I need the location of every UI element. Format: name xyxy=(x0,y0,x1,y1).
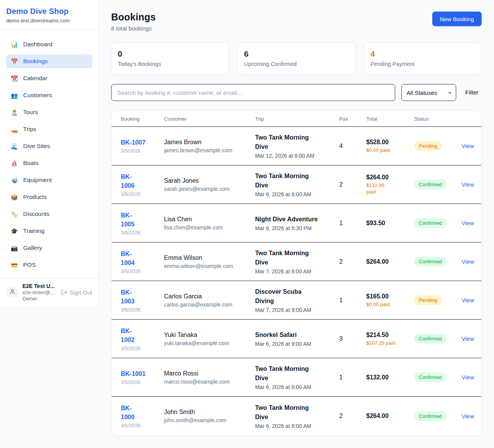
trip-name: Two Tank Morning Dive xyxy=(255,172,339,190)
column-header-pax: Pax xyxy=(339,111,366,126)
stat-value: 0 xyxy=(118,49,222,59)
pax-count: 2 xyxy=(339,413,366,419)
sidebar-item-calendar[interactable]: 📆Calendar xyxy=(6,71,92,85)
customer-cell: James Brownjames.brown@example.com xyxy=(164,139,255,153)
customer-email: lisa.chen@example.com xyxy=(164,224,255,231)
new-booking-button[interactable]: New Booking xyxy=(432,12,482,26)
paid-amount: $0.00 paid xyxy=(366,147,414,153)
sidebar-item-training[interactable]: 🎓Training xyxy=(6,224,92,238)
filter-button[interactable]: Filter xyxy=(462,89,482,96)
sidebar-nav: 📊Dashboard📅Bookings📆Calendar👥Customers🏝️… xyxy=(0,30,98,278)
booking-id-link[interactable]: BK- 1000 xyxy=(121,404,135,421)
pax-count: 1 xyxy=(339,374,366,381)
table-body: BK-10073/5/2026James Brownjames.brown@ex… xyxy=(112,127,481,435)
trip-name: Discover Scuba Diving xyxy=(255,287,339,306)
sidebar-item-label: Tours xyxy=(23,109,38,116)
sidebar-item-dive-sites[interactable]: 🌊Dive Sites xyxy=(6,139,92,153)
view-link[interactable]: View xyxy=(462,258,472,265)
sidebar-item-dashboard[interactable]: 📊Dashboard xyxy=(6,37,92,51)
total-bookings-count: 8 total bookings xyxy=(111,25,156,32)
sidebar-item-label: Discounts xyxy=(23,211,49,217)
total-amount: $528.00 xyxy=(366,139,414,146)
trip-datetime: Mar 6, 2026 at 9:00 AM xyxy=(255,341,339,347)
boats-icon: ⛵ xyxy=(10,160,18,166)
user-role: Owner xyxy=(22,296,57,301)
sidebar-item-trips[interactable]: 🚤Trips xyxy=(6,122,92,136)
table-row: BK- 10043/5/2026Emma Wilsonemma.wilson@e… xyxy=(112,243,481,281)
sidebar-item-label: Training xyxy=(23,227,44,234)
sidebar-item-customers[interactable]: 👥Customers xyxy=(6,88,92,102)
status-badge: Confirmed xyxy=(414,218,447,228)
sidebar-item-label: Calendar xyxy=(23,75,47,82)
pax-count: 2 xyxy=(339,258,366,265)
training-icon: 🎓 xyxy=(10,228,18,234)
customer-name: Sarah Jones xyxy=(164,177,255,184)
status-badge: Confirmed xyxy=(414,334,447,344)
booking-id-link[interactable]: BK- 1004 xyxy=(121,249,135,267)
sidebar-item-equipment[interactable]: 🤿Equipment xyxy=(6,173,92,187)
booking-id-link[interactable]: BK- 1005 xyxy=(121,211,135,229)
view-link[interactable]: View xyxy=(462,374,472,381)
trip-name: Snorkel Safari xyxy=(255,330,339,340)
trip-cell: Two Tank Morning DiveMar 8, 2026 at 8:00… xyxy=(255,172,339,197)
view-link[interactable]: View xyxy=(462,220,472,226)
customer-name: Emma Wilson xyxy=(164,254,255,261)
status-cell: Confirmed xyxy=(414,218,462,228)
sign-out-button[interactable]: Sign Out xyxy=(61,289,92,296)
booking-id-link[interactable]: BK- 1003 xyxy=(121,288,135,306)
view-link[interactable]: View xyxy=(462,297,472,303)
view-link[interactable]: View xyxy=(462,143,472,149)
status-select[interactable]: All Statuses xyxy=(401,84,456,101)
booking-id-link[interactable]: BK- 1002 xyxy=(121,327,135,344)
sidebar-item-tours[interactable]: 🏝️Tours xyxy=(6,105,92,119)
booking-date: 3/5/2026 xyxy=(121,423,164,428)
booking-id-link[interactable]: BK-1001 xyxy=(121,369,145,378)
pax-count: 4 xyxy=(339,143,366,150)
customer-name: James Brown xyxy=(164,139,255,146)
customer-email: carlos.garcia@example.com xyxy=(164,301,255,308)
sidebar-item-label: Boats xyxy=(23,160,39,167)
booking-id-link[interactable]: BK-1007 xyxy=(121,138,145,147)
sidebar-item-label: Equipment xyxy=(23,177,52,184)
customer-email: james.brown@example.com xyxy=(164,147,255,153)
table-row: BK- 10063/5/2026Sarah Jonessarah.jones@e… xyxy=(112,165,481,204)
sign-out-label: Sign Out xyxy=(70,289,92,296)
sidebar-item-gallery[interactable]: 📸Gallery xyxy=(6,241,92,255)
sidebar-item-products[interactable]: 📦Products xyxy=(6,190,92,204)
booking-date: 3/5/2026 xyxy=(121,379,164,385)
search-input[interactable] xyxy=(111,84,395,101)
view-link[interactable]: View xyxy=(462,413,472,419)
trip-cell: Two Tank Morning DiveMar 12, 2026 at 8:0… xyxy=(255,133,339,159)
sidebar-item-discounts[interactable]: 🏷️Discounts xyxy=(6,207,92,221)
status-badge: Confirmed xyxy=(414,411,447,421)
column-header-booking: Booking xyxy=(121,111,164,126)
sign-out-icon xyxy=(61,289,68,296)
total-cell: $214.50$107.25 paid xyxy=(366,332,414,346)
view-link[interactable]: View xyxy=(462,181,472,188)
status-badge: Confirmed xyxy=(414,372,447,382)
bookings-table: BookingCustomerTripPaxTotalStatus BK-100… xyxy=(111,110,482,436)
booking-id-link[interactable]: BK- 1006 xyxy=(121,172,135,190)
customer-name: Marco Rossi xyxy=(164,370,255,377)
customer-name: Yuki Tanaka xyxy=(164,332,255,339)
stat-value: 6 xyxy=(244,49,349,59)
booking-date: 3/5/2026 xyxy=(121,268,164,274)
stat-label: Today's Bookings xyxy=(118,61,222,67)
total-cell: $528.00$0.00 paid xyxy=(366,139,414,153)
table-row: BK-10073/5/2026James Brownjames.brown@ex… xyxy=(112,127,481,165)
trip-datetime: Mar 7, 2026 at 9:00 AM xyxy=(255,307,339,313)
sidebar-item-bookings[interactable]: 📅Bookings xyxy=(6,54,92,68)
table-row: BK-10013/5/2026Marco Rossimarco.rossi@ex… xyxy=(112,358,481,397)
stat-label: Pending Payment xyxy=(370,61,475,67)
dashboard-icon: 📊 xyxy=(10,42,18,47)
trip-datetime: Mar 8, 2026 at 5:30 PM xyxy=(255,225,339,231)
sidebar-item-pos[interactable]: 💳POS xyxy=(6,258,92,272)
customer-cell: John Smithjohn.smith@example.com xyxy=(164,409,255,423)
sidebar: Demo Dive Shop demo.test.divestreams.com… xyxy=(0,0,99,307)
total-cell: $132.00 xyxy=(366,374,414,381)
sidebar-item-boats[interactable]: ⛵Boats xyxy=(6,156,92,170)
brand-name: Demo Dive Shop xyxy=(6,7,92,16)
status-badge: Pending xyxy=(414,141,442,151)
view-link[interactable]: View xyxy=(462,335,472,342)
booking-cell: BK- 10053/5/2026 xyxy=(121,211,164,236)
